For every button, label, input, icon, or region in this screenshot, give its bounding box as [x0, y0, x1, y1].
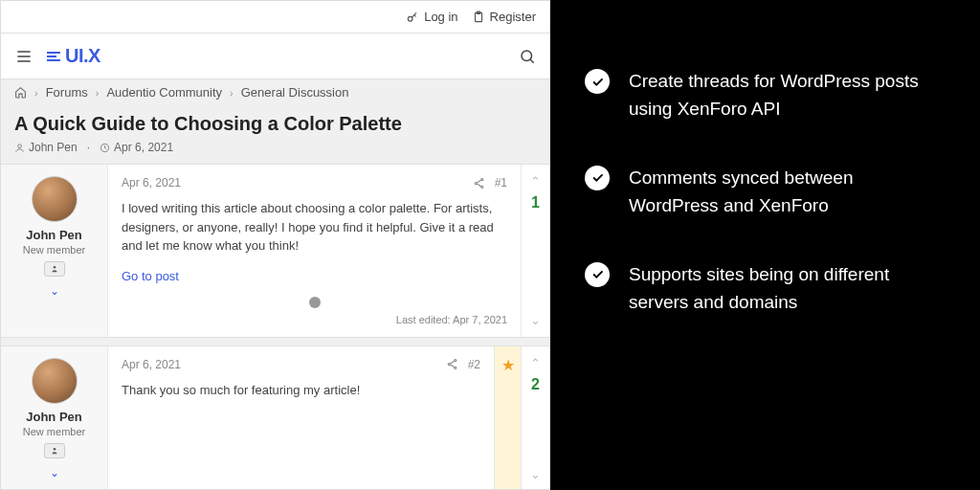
- feature-item: Create threads for WordPress posts using…: [585, 67, 946, 123]
- svg-point-11: [454, 360, 456, 362]
- post-body: I loved writing this article about choos…: [122, 199, 507, 256]
- vote-column: ⌃ 2 ⌄: [521, 346, 549, 490]
- author-role: New member: [9, 426, 100, 437]
- logo-icon: [47, 52, 60, 61]
- chevron-down-icon[interactable]: ⌄: [9, 284, 100, 298]
- feature-text: Comments synced between WordPress and Xe…: [629, 164, 946, 220]
- post-date: Apr 6, 2021: [122, 358, 181, 371]
- share-icon[interactable]: [446, 358, 458, 370]
- avatar[interactable]: [32, 176, 78, 222]
- register-label: Register: [490, 10, 536, 24]
- post: John Pen New member ⌄ Apr 6, 2021 #1 I l…: [1, 164, 549, 338]
- posts-list: John Pen New member ⌄ Apr 6, 2021 #1 I l…: [1, 164, 549, 489]
- register-link[interactable]: Register: [472, 10, 536, 24]
- post-body: Thank you so much for featuring my artic…: [122, 381, 480, 400]
- post-content: Apr 6, 2021 #1 I loved writing this arti…: [108, 165, 521, 337]
- home-icon[interactable]: [14, 86, 27, 99]
- chevron-right-icon: ›: [230, 87, 234, 99]
- post-content: Apr 6, 2021 #2 Thank you so much for fea…: [108, 346, 494, 490]
- person-icon: [14, 143, 25, 153]
- post: John Pen New member ⌄ Apr 6, 2021 #2 Tha…: [1, 345, 549, 490]
- top-bar: Log in Register: [1, 1, 549, 33]
- check-icon: [585, 262, 610, 287]
- feature-text: Create threads for WordPress posts using…: [629, 67, 946, 123]
- upvote-button[interactable]: ⌃: [530, 174, 541, 189]
- svg-point-8: [475, 182, 477, 184]
- svg-point-10: [53, 448, 56, 451]
- svg-point-3: [522, 51, 532, 61]
- upvote-button[interactable]: ⌃: [530, 356, 541, 370]
- avatar[interactable]: [32, 358, 78, 404]
- thread-author: John Pen: [14, 141, 78, 154]
- svg-point-12: [448, 363, 450, 365]
- feature-item: Supports sites being on different server…: [585, 260, 946, 317]
- thread-meta: John Pen · Apr 6, 2021: [14, 141, 536, 154]
- key-icon: [406, 11, 419, 24]
- post-date: Apr 6, 2021: [122, 176, 181, 189]
- svg-point-6: [53, 266, 56, 269]
- search-button[interactable]: [519, 48, 536, 65]
- login-label: Log in: [424, 10, 457, 24]
- chevron-right-icon: ›: [96, 87, 100, 99]
- author-badge: [44, 443, 65, 458]
- feature-item: Comments synced between WordPress and Xe…: [585, 164, 946, 220]
- breadcrumb-link[interactable]: Forums: [46, 85, 88, 100]
- downvote-button[interactable]: ⌄: [530, 467, 541, 481]
- breadcrumbs: › Forums › Audentio Community › General …: [1, 79, 549, 105]
- vote-count: 1: [531, 194, 540, 212]
- svg-point-7: [480, 178, 482, 180]
- check-icon: [585, 166, 610, 190]
- downvote-button[interactable]: ⌄: [530, 313, 541, 327]
- thread-author-name: John Pen: [29, 141, 78, 154]
- author-name[interactable]: John Pen: [9, 228, 100, 242]
- login-link[interactable]: Log in: [406, 10, 457, 24]
- svg-point-9: [480, 186, 482, 188]
- brand-logo[interactable]: UI.X: [47, 45, 100, 67]
- vote-column: ⌃ 1 ⌄: [521, 165, 549, 337]
- author-role: New member: [9, 244, 100, 256]
- post-number[interactable]: #2: [468, 358, 480, 371]
- svg-point-13: [454, 367, 456, 368]
- star-column: ★: [494, 346, 521, 490]
- forum-panel: Log in Register UI.X › Forums › Audentio…: [0, 0, 550, 490]
- chevron-right-icon: ›: [34, 87, 38, 99]
- share-icon[interactable]: [473, 177, 485, 189]
- svg-point-4: [18, 144, 22, 147]
- feature-text: Supports sites being on different server…: [629, 260, 946, 317]
- author-name[interactable]: John Pen: [9, 410, 100, 424]
- clipboard-icon: [472, 11, 485, 24]
- post-number[interactable]: #1: [495, 176, 507, 189]
- menu-button[interactable]: [14, 47, 33, 66]
- meta-separator: ·: [87, 141, 90, 154]
- last-edited: Last edited: Apr 7, 2021: [122, 314, 507, 325]
- thread-header: A Quick Guide to Choosing a Color Palett…: [1, 105, 549, 164]
- chevron-down-icon[interactable]: ⌄: [9, 466, 100, 479]
- vote-count: 2: [531, 376, 540, 393]
- clock-icon: [100, 143, 110, 153]
- breadcrumb-link[interactable]: General Discussion: [241, 85, 349, 100]
- star-icon[interactable]: ★: [501, 356, 515, 374]
- thread-date: Apr 6, 2021: [100, 141, 173, 154]
- breadcrumb-link[interactable]: Audentio Community: [106, 85, 222, 100]
- promo-panel: Create threads for WordPress posts using…: [550, 0, 980, 490]
- goto-post-link[interactable]: Go to post: [122, 269, 179, 283]
- thread-date-text: Apr 6, 2021: [114, 141, 173, 154]
- main-header: UI.X: [1, 33, 549, 79]
- author-column: John Pen New member ⌄: [1, 165, 108, 337]
- author-badge: [44, 261, 65, 277]
- brand-text: UI.X: [65, 45, 100, 67]
- loading-dot-icon: [309, 297, 321, 308]
- check-icon: [585, 69, 610, 94]
- thread-title: A Quick Guide to Choosing a Color Palett…: [14, 113, 536, 135]
- author-column: John Pen New member ⌄: [1, 346, 108, 490]
